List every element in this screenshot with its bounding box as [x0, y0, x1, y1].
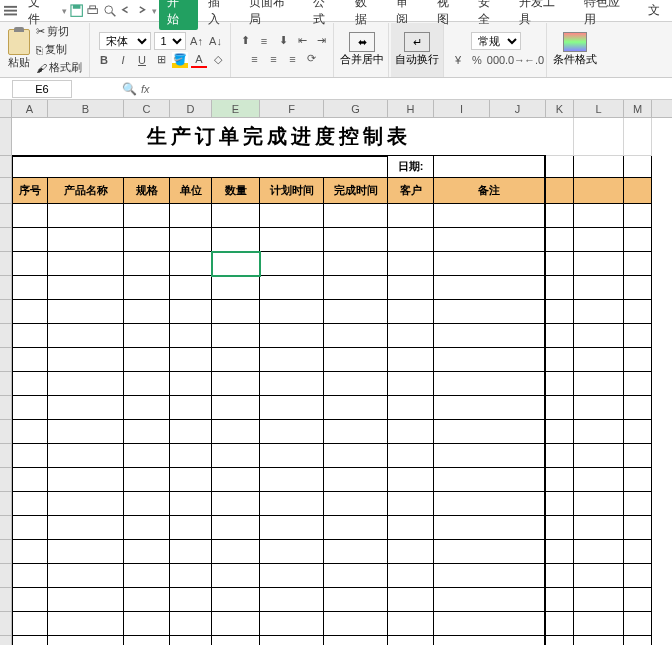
cell[interactable]	[212, 588, 260, 612]
cell[interactable]	[12, 324, 48, 348]
cell[interactable]	[388, 396, 434, 420]
cell[interactable]	[574, 300, 624, 324]
row-header[interactable]	[0, 540, 11, 564]
cell[interactable]	[260, 324, 324, 348]
cell[interactable]	[170, 228, 212, 252]
active-cell[interactable]	[212, 252, 260, 276]
cell[interactable]	[324, 228, 388, 252]
cell[interactable]	[48, 444, 124, 468]
col-header-A[interactable]: A	[12, 100, 48, 117]
cell[interactable]	[124, 540, 170, 564]
cell[interactable]	[624, 300, 652, 324]
cell[interactable]	[434, 324, 546, 348]
cell[interactable]	[260, 636, 324, 645]
cell[interactable]	[12, 252, 48, 276]
cell[interactable]	[434, 612, 546, 636]
cell[interactable]	[170, 300, 212, 324]
cell[interactable]	[124, 228, 170, 252]
cell[interactable]	[12, 636, 48, 645]
col-header-I[interactable]: I	[434, 100, 490, 117]
col-header-B[interactable]: B	[48, 100, 124, 117]
select-all-corner[interactable]	[0, 100, 12, 118]
cell[interactable]	[124, 396, 170, 420]
formula-input[interactable]	[154, 80, 300, 98]
cell[interactable]	[260, 564, 324, 588]
cell[interactable]	[124, 420, 170, 444]
cell[interactable]	[324, 420, 388, 444]
preview-icon[interactable]	[103, 4, 116, 18]
align-middle-icon[interactable]: ≡	[256, 33, 272, 49]
increase-font-icon[interactable]: A↑	[189, 33, 205, 49]
cell[interactable]	[170, 204, 212, 228]
cell[interactable]	[48, 468, 124, 492]
row-header[interactable]	[0, 612, 11, 636]
cell[interactable]	[546, 516, 574, 540]
row-header[interactable]	[0, 252, 11, 276]
cell[interactable]	[434, 276, 546, 300]
cell[interactable]	[574, 540, 624, 564]
copy-button[interactable]: ⎘复制	[33, 41, 85, 58]
cell[interactable]	[388, 324, 434, 348]
cell[interactable]	[546, 178, 574, 204]
cell[interactable]	[212, 612, 260, 636]
cell[interactable]	[388, 588, 434, 612]
cell[interactable]	[170, 324, 212, 348]
cell[interactable]	[12, 300, 48, 324]
cell[interactable]	[124, 300, 170, 324]
cell[interactable]	[434, 636, 546, 645]
row-header[interactable]	[0, 300, 11, 324]
cell[interactable]	[124, 516, 170, 540]
cell[interactable]	[574, 588, 624, 612]
cell[interactable]	[434, 588, 546, 612]
paste-button[interactable]: 粘贴	[8, 29, 30, 70]
cell[interactable]	[574, 178, 624, 204]
row-header[interactable]	[0, 348, 11, 372]
date-value-cell[interactable]	[434, 156, 546, 178]
cell[interactable]	[546, 588, 574, 612]
cell[interactable]	[12, 156, 388, 178]
rotate-text-icon[interactable]: ⟳	[304, 51, 320, 67]
cell[interactable]	[48, 252, 124, 276]
col-header-G[interactable]: G	[324, 100, 388, 117]
dropdown-icon[interactable]: ▾	[62, 6, 67, 16]
cell[interactable]	[124, 492, 170, 516]
cell[interactable]	[624, 636, 652, 645]
dropdown-icon[interactable]: ▾	[152, 6, 157, 16]
cell[interactable]	[124, 444, 170, 468]
cell[interactable]	[624, 396, 652, 420]
row-header[interactable]	[0, 118, 11, 156]
cell[interactable]	[212, 540, 260, 564]
cell[interactable]	[170, 420, 212, 444]
row-header[interactable]	[0, 564, 11, 588]
cell[interactable]	[48, 540, 124, 564]
indent-decrease-icon[interactable]: ⇤	[294, 33, 310, 49]
cell[interactable]	[546, 540, 574, 564]
cell[interactable]	[12, 228, 48, 252]
cell[interactable]	[12, 420, 48, 444]
row-header[interactable]	[0, 468, 11, 492]
cell[interactable]	[48, 324, 124, 348]
cell[interactable]	[574, 252, 624, 276]
cell[interactable]	[212, 516, 260, 540]
cell[interactable]	[388, 516, 434, 540]
cell[interactable]	[434, 372, 546, 396]
font-name-select[interactable]: 宋体	[99, 32, 151, 50]
cell[interactable]	[324, 372, 388, 396]
row-header[interactable]	[0, 444, 11, 468]
cell[interactable]	[324, 300, 388, 324]
cell[interactable]	[624, 588, 652, 612]
cell[interactable]	[434, 420, 546, 444]
cell[interactable]	[574, 276, 624, 300]
name-box[interactable]	[12, 80, 72, 98]
grid[interactable]: 生产订单完成进度控制表日期:序号产品名称规格单位数量计划时间完成时间客户备注	[12, 118, 672, 645]
cell[interactable]	[324, 516, 388, 540]
cell[interactable]	[124, 324, 170, 348]
cell[interactable]	[388, 300, 434, 324]
tab-more[interactable]: 文	[640, 0, 668, 21]
cell[interactable]	[324, 396, 388, 420]
cell[interactable]	[546, 468, 574, 492]
cond-format-button[interactable]: 条件格式	[553, 32, 597, 67]
cell[interactable]	[546, 156, 574, 178]
cell[interactable]	[260, 228, 324, 252]
cell[interactable]	[546, 444, 574, 468]
